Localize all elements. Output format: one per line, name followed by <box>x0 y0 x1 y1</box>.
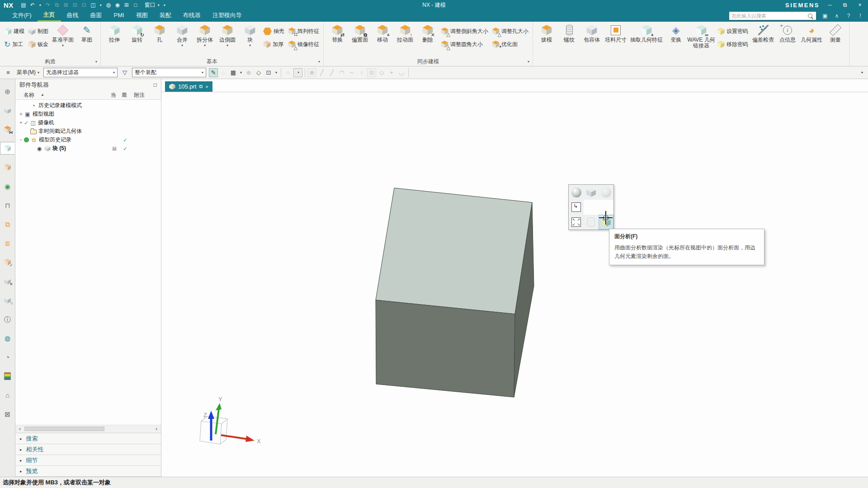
snap-tangent-icon[interactable]: ◡ <box>397 68 406 77</box>
ribbon-button-delete-face[interactable]: ✕删除 <box>416 23 439 43</box>
rectangle-select-dropdown-icon[interactable]: ▾ <box>239 68 243 77</box>
new-window-icon[interactable]: □ <box>132 2 139 8</box>
command-finder-icon[interactable]: ! <box>857 13 863 19</box>
close-button[interactable]: × <box>855 2 864 8</box>
general-select-icon[interactable]: ⊕ <box>244 68 253 77</box>
rectangle-select-icon[interactable]: ▦ <box>229 68 238 77</box>
find-component-icon[interactable]: ○ <box>1 294 14 306</box>
ribbon-button-hole[interactable]: 孔 <box>148 23 171 43</box>
command-search[interactable] <box>729 11 816 20</box>
part-info-icon[interactable]: ⓘ <box>1 313 14 325</box>
customer-tools-icon[interactable]: ⊠ <box>1 408 14 420</box>
ribbon-button-wave-geometry-linker[interactable]: ∞WAVE 几何链接器 <box>687 23 715 49</box>
constraint-navigator-icon[interactable]: ⋈ <box>1 123 14 136</box>
ribbon-button-thicken[interactable]: 加厚 <box>261 39 286 50</box>
ribbon-button-extract-geometry[interactable]: +抽取几何特征 <box>628 23 665 43</box>
render-studio-icon[interactable] <box>599 185 613 200</box>
menu-tab-pmi[interactable]: PMI <box>108 10 130 22</box>
scroll-right-icon[interactable]: › <box>153 426 160 432</box>
ribbon-button-thread[interactable]: 螺纹 <box>558 23 580 43</box>
material-palette-icon[interactable] <box>1 370 14 382</box>
search-icon[interactable] <box>808 14 812 18</box>
undock-panel-icon[interactable]: □ <box>154 82 157 88</box>
save-icon[interactable]: ▤ <box>20 2 27 8</box>
stamping-icon[interactable]: ⊓ <box>1 199 14 211</box>
ribbon-button-revolve[interactable]: ↻旋转 <box>126 23 148 43</box>
visual-reports-icon[interactable]: ⌂ <box>1 389 14 401</box>
check-mate-icon[interactable]: ✓ <box>1 256 14 268</box>
hamburger-menu-icon[interactable]: ≡ <box>4 68 13 77</box>
tree-expander-icon[interactable]: − <box>18 137 24 142</box>
menu-tab-view[interactable]: 视图 <box>130 10 154 22</box>
restore-button[interactable]: ⧉ <box>840 2 849 8</box>
ribbon-button-resize-chamfer[interactable]: △调整倒斜角大小 <box>439 26 490 37</box>
block-solid-body[interactable] <box>161 79 868 477</box>
history-palette-icon[interactable]: ◔ <box>1 351 14 363</box>
menu-tab-routing[interactable]: 布线器 <box>177 10 207 22</box>
undo-icon[interactable]: ↶ <box>29 2 36 8</box>
highlight-hidden-icon[interactable]: ○ <box>283 68 292 77</box>
snap-endpoint-icon[interactable]: ╱ <box>317 68 326 77</box>
ribbon-button-offset-face[interactable]: ⧉偏置面 <box>349 23 371 43</box>
undo-dropdown-icon[interactable]: ▾ <box>38 3 42 7</box>
delay-update-icon[interactable]: ◔ <box>293 68 302 77</box>
close-tab-icon[interactable]: × <box>205 84 208 89</box>
menu-tab-surface[interactable]: 曲面 <box>85 10 108 22</box>
snap-point-icon[interactable]: ⊕ <box>307 68 316 77</box>
filter-reset-icon[interactable]: ▽ <box>120 68 129 77</box>
snap-spline-icon[interactable]: ~ <box>347 68 356 77</box>
group-dropdown-icon[interactable]: ▾ <box>318 60 320 64</box>
ribbon-button-optimize-face[interactable]: *优化面 <box>490 39 530 50</box>
assembly-navigator-icon[interactable] <box>1 104 14 117</box>
ribbon-button-datum-plane[interactable]: 基准平面▾ <box>50 23 75 47</box>
group-dropdown-icon[interactable]: ▾ <box>95 60 97 64</box>
ribbon-button-mirror-feature[interactable]: △镜像特征 <box>286 39 321 50</box>
search-input[interactable] <box>729 13 808 19</box>
ribbon-button-measure[interactable]: 测量 <box>824 23 847 43</box>
layers-icon[interactable]: ⧉ <box>1 218 14 230</box>
column-current[interactable]: 当 <box>111 91 116 99</box>
ribbon-button-resize-hole[interactable]: △调整孔大小 <box>490 26 530 37</box>
target-select-icon[interactable]: ⊡ <box>264 68 273 77</box>
ribbon-button-remove-password[interactable]: 移除密码 <box>715 39 750 50</box>
lasso-icon[interactable]: ◌ <box>219 68 228 77</box>
part-tab[interactable]: 105.prt ⧉ × <box>165 81 212 92</box>
snap-midpoint-icon[interactable]: ╱ <box>327 68 336 77</box>
ribbon-button-replace-face[interactable]: ⇄替换 <box>326 23 349 43</box>
column-name[interactable]: 名称 <box>24 91 34 99</box>
snap-quadrant-icon[interactable]: ◇ <box>377 68 386 77</box>
snap-arc-icon[interactable]: ◠ <box>337 68 346 77</box>
process-icon[interactable]: ≣ <box>1 237 14 249</box>
ribbon-button-split-body[interactable]: 拆分体▾ <box>193 23 216 47</box>
toolbar-options-icon[interactable]: ▾ <box>163 3 166 7</box>
link-icon[interactable]: ⧉ <box>54 2 60 8</box>
ribbon-button-point-info[interactable]: 点信息 <box>776 23 799 43</box>
visibility-eye-icon[interactable] <box>36 145 43 152</box>
section-预览[interactable]: ▸预览 <box>15 466 161 477</box>
tree-row-cameras[interactable]: +✓摄像机 <box>15 118 161 127</box>
tree-row-history-mode[interactable]: 历史记录建模模式 <box>15 101 161 110</box>
redo-icon[interactable]: ↷ <box>45 2 51 8</box>
paste-special-icon[interactable]: ⊡ <box>81 2 87 8</box>
window-menu-button[interactable]: 窗口 ▾ <box>145 1 160 9</box>
menu-button[interactable]: 菜单(M) ▾ <box>15 69 41 76</box>
tree-row-block-5[interactable]: 块 (5)▤✓ <box>15 144 161 153</box>
ribbon-button-modeling[interactable]: 建模 <box>2 26 26 37</box>
ribbon-button-drafting[interactable]: 制图 <box>26 26 50 37</box>
orient-view-icon[interactable] <box>569 200 584 215</box>
datum-edit-icon[interactable]: ✎ <box>209 68 218 77</box>
ribbon-button-manufacturing[interactable]: ↻加工 <box>2 39 26 50</box>
minimize-ribbon-icon[interactable]: ∧ <box>834 13 840 19</box>
roles-gear-icon[interactable]: ⊛ <box>1 85 14 98</box>
section-细节[interactable]: ▸细节 <box>15 455 161 466</box>
hd3d-eye-icon[interactable]: ◉ <box>1 180 14 192</box>
tree-expander-icon[interactable]: + <box>18 120 24 125</box>
menu-tab-file[interactable]: 文件(F) <box>6 10 38 22</box>
microphone-icon[interactable]: ◍ <box>105 2 112 8</box>
snap-pole-icon[interactable]: ↑ <box>357 68 366 77</box>
section-相关性[interactable]: ▸相关性 <box>15 444 161 455</box>
column-note[interactable]: 附注 <box>134 91 145 99</box>
primitive-dropdown-icon[interactable]: ▾ <box>99 3 103 7</box>
ribbon-button-set-password[interactable]: 设置密码 <box>715 26 750 37</box>
web-browser-icon[interactable]: ◍ <box>1 332 14 344</box>
